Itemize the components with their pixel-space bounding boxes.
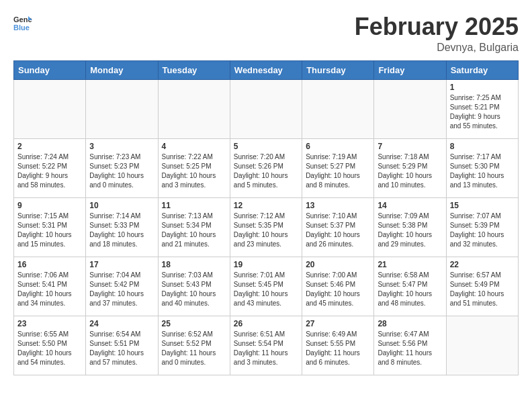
day-number: 22 bbox=[450, 260, 515, 269]
day-info: Sunrise: 7:07 AM Sunset: 5:39 PM Dayligh… bbox=[450, 212, 515, 249]
day-number: 21 bbox=[378, 260, 442, 269]
calendar-week-row: 1Sunrise: 7:25 AM Sunset: 5:21 PM Daylig… bbox=[14, 79, 519, 138]
day-info: Sunrise: 7:19 AM Sunset: 5:27 PM Dayligh… bbox=[306, 152, 370, 190]
day-info: Sunrise: 7:24 AM Sunset: 5:22 PM Dayligh… bbox=[17, 152, 82, 190]
day-info: Sunrise: 7:13 AM Sunset: 5:34 PM Dayligh… bbox=[162, 212, 226, 249]
day-info: Sunrise: 7:23 AM Sunset: 5:23 PM Dayligh… bbox=[89, 152, 154, 190]
calendar-week-row: 2Sunrise: 7:24 AM Sunset: 5:22 PM Daylig… bbox=[14, 138, 519, 197]
day-number: 19 bbox=[234, 260, 298, 269]
calendar-cell: 15Sunrise: 7:07 AM Sunset: 5:39 PM Dayli… bbox=[446, 197, 518, 257]
title-area: February 2025 Devnya, Bulgaria bbox=[355, 13, 519, 54]
calendar-cell bbox=[374, 79, 446, 138]
calendar-cell: 22Sunrise: 6:57 AM Sunset: 5:49 PM Dayli… bbox=[446, 257, 518, 316]
day-info: Sunrise: 7:14 AM Sunset: 5:33 PM Dayligh… bbox=[89, 212, 154, 249]
calendar-week-row: 9Sunrise: 7:15 AM Sunset: 5:31 PM Daylig… bbox=[14, 197, 519, 257]
calendar-cell bbox=[446, 316, 518, 375]
calendar-cell: 3Sunrise: 7:23 AM Sunset: 5:23 PM Daylig… bbox=[86, 138, 158, 197]
day-number: 16 bbox=[17, 260, 82, 269]
day-number: 23 bbox=[17, 319, 82, 328]
calendar-cell: 20Sunrise: 7:00 AM Sunset: 5:46 PM Dayli… bbox=[302, 257, 374, 316]
calendar-cell: 11Sunrise: 7:13 AM Sunset: 5:34 PM Dayli… bbox=[158, 197, 230, 257]
day-number: 27 bbox=[306, 319, 370, 328]
logo-icon: General Blue bbox=[13, 13, 32, 32]
day-info: Sunrise: 7:10 AM Sunset: 5:37 PM Dayligh… bbox=[306, 212, 370, 249]
calendar-cell bbox=[230, 79, 302, 138]
calendar-cell: 6Sunrise: 7:19 AM Sunset: 5:27 PM Daylig… bbox=[302, 138, 374, 197]
day-number: 28 bbox=[378, 319, 442, 328]
day-number: 1 bbox=[450, 83, 515, 92]
day-number: 2 bbox=[17, 142, 82, 151]
day-number: 6 bbox=[306, 142, 370, 151]
day-info: Sunrise: 7:22 AM Sunset: 5:25 PM Dayligh… bbox=[162, 152, 226, 190]
calendar-cell: 5Sunrise: 7:20 AM Sunset: 5:26 PM Daylig… bbox=[230, 138, 302, 197]
day-number: 9 bbox=[17, 201, 82, 210]
day-info: Sunrise: 6:54 AM Sunset: 5:51 PM Dayligh… bbox=[89, 330, 154, 367]
day-info: Sunrise: 6:55 AM Sunset: 5:50 PM Dayligh… bbox=[17, 330, 82, 367]
calendar-cell: 19Sunrise: 7:01 AM Sunset: 5:45 PM Dayli… bbox=[230, 257, 302, 316]
calendar-cell bbox=[86, 79, 158, 138]
calendar-cell: 13Sunrise: 7:10 AM Sunset: 5:37 PM Dayli… bbox=[302, 197, 374, 257]
day-number: 24 bbox=[89, 319, 154, 328]
day-info: Sunrise: 7:03 AM Sunset: 5:43 PM Dayligh… bbox=[162, 271, 226, 308]
weekday-header-cell: Tuesday bbox=[158, 60, 230, 79]
day-number: 7 bbox=[378, 142, 442, 151]
day-number: 3 bbox=[89, 142, 154, 151]
day-number: 10 bbox=[89, 201, 154, 210]
day-info: Sunrise: 7:04 AM Sunset: 5:42 PM Dayligh… bbox=[89, 271, 154, 308]
calendar-cell: 18Sunrise: 7:03 AM Sunset: 5:43 PM Dayli… bbox=[158, 257, 230, 316]
weekday-header-cell: Monday bbox=[86, 60, 158, 79]
calendar-cell: 14Sunrise: 7:09 AM Sunset: 5:38 PM Dayli… bbox=[374, 197, 446, 257]
day-info: Sunrise: 7:20 AM Sunset: 5:26 PM Dayligh… bbox=[234, 152, 298, 190]
svg-text:Blue: Blue bbox=[13, 24, 30, 32]
day-number: 12 bbox=[234, 201, 298, 210]
day-info: Sunrise: 7:25 AM Sunset: 5:21 PM Dayligh… bbox=[450, 93, 515, 131]
calendar-cell bbox=[14, 79, 86, 138]
day-info: Sunrise: 7:12 AM Sunset: 5:35 PM Dayligh… bbox=[234, 212, 298, 249]
calendar-cell: 4Sunrise: 7:22 AM Sunset: 5:25 PM Daylig… bbox=[158, 138, 230, 197]
day-info: Sunrise: 7:15 AM Sunset: 5:31 PM Dayligh… bbox=[17, 212, 82, 249]
calendar-cell: 1Sunrise: 7:25 AM Sunset: 5:21 PM Daylig… bbox=[446, 79, 518, 138]
calendar-cell: 7Sunrise: 7:18 AM Sunset: 5:29 PM Daylig… bbox=[374, 138, 446, 197]
day-info: Sunrise: 6:57 AM Sunset: 5:49 PM Dayligh… bbox=[450, 271, 515, 308]
calendar-cell: 8Sunrise: 7:17 AM Sunset: 5:30 PM Daylig… bbox=[446, 138, 518, 197]
day-number: 17 bbox=[89, 260, 154, 269]
day-info: Sunrise: 6:47 AM Sunset: 5:56 PM Dayligh… bbox=[378, 330, 442, 367]
day-info: Sunrise: 7:18 AM Sunset: 5:29 PM Dayligh… bbox=[378, 152, 442, 190]
calendar-cell: 10Sunrise: 7:14 AM Sunset: 5:33 PM Dayli… bbox=[86, 197, 158, 257]
calendar-cell bbox=[158, 79, 230, 138]
month-year-title: February 2025 bbox=[355, 13, 519, 40]
calendar-week-row: 16Sunrise: 7:06 AM Sunset: 5:41 PM Dayli… bbox=[14, 257, 519, 316]
calendar-cell: 28Sunrise: 6:47 AM Sunset: 5:56 PM Dayli… bbox=[374, 316, 446, 375]
weekday-header-cell: Wednesday bbox=[230, 60, 302, 79]
day-number: 20 bbox=[306, 260, 370, 269]
day-info: Sunrise: 7:01 AM Sunset: 5:45 PM Dayligh… bbox=[234, 271, 298, 308]
calendar-cell bbox=[302, 79, 374, 138]
day-number: 5 bbox=[234, 142, 298, 151]
calendar-cell: 9Sunrise: 7:15 AM Sunset: 5:31 PM Daylig… bbox=[14, 197, 86, 257]
location-subtitle: Devnya, Bulgaria bbox=[355, 42, 519, 54]
header: General Blue February 2025 Devnya, Bulga… bbox=[13, 13, 519, 54]
calendar-cell: 17Sunrise: 7:04 AM Sunset: 5:42 PM Dayli… bbox=[86, 257, 158, 316]
weekday-header-cell: Friday bbox=[374, 60, 446, 79]
day-number: 26 bbox=[234, 319, 298, 328]
day-info: Sunrise: 6:58 AM Sunset: 5:47 PM Dayligh… bbox=[378, 271, 442, 308]
day-info: Sunrise: 7:09 AM Sunset: 5:38 PM Dayligh… bbox=[378, 212, 442, 249]
calendar-cell: 23Sunrise: 6:55 AM Sunset: 5:50 PM Dayli… bbox=[14, 316, 86, 375]
calendar-cell: 27Sunrise: 6:49 AM Sunset: 5:55 PM Dayli… bbox=[302, 316, 374, 375]
day-number: 25 bbox=[162, 319, 226, 328]
day-info: Sunrise: 7:17 AM Sunset: 5:30 PM Dayligh… bbox=[450, 152, 515, 190]
day-info: Sunrise: 7:06 AM Sunset: 5:41 PM Dayligh… bbox=[17, 271, 82, 308]
weekday-header-cell: Thursday bbox=[302, 60, 374, 79]
day-number: 14 bbox=[378, 201, 442, 210]
calendar-cell: 2Sunrise: 7:24 AM Sunset: 5:22 PM Daylig… bbox=[14, 138, 86, 197]
calendar-table: SundayMondayTuesdayWednesdayThursdayFrid… bbox=[13, 60, 519, 375]
calendar-body: 1Sunrise: 7:25 AM Sunset: 5:21 PM Daylig… bbox=[14, 79, 519, 375]
day-number: 11 bbox=[162, 201, 226, 210]
calendar-cell: 24Sunrise: 6:54 AM Sunset: 5:51 PM Dayli… bbox=[86, 316, 158, 375]
calendar-cell: 21Sunrise: 6:58 AM Sunset: 5:47 PM Dayli… bbox=[374, 257, 446, 316]
weekday-header-cell: Sunday bbox=[14, 60, 86, 79]
day-info: Sunrise: 6:51 AM Sunset: 5:54 PM Dayligh… bbox=[234, 330, 298, 367]
calendar-cell: 16Sunrise: 7:06 AM Sunset: 5:41 PM Dayli… bbox=[14, 257, 86, 316]
calendar-week-row: 23Sunrise: 6:55 AM Sunset: 5:50 PM Dayli… bbox=[14, 316, 519, 375]
day-info: Sunrise: 7:00 AM Sunset: 5:46 PM Dayligh… bbox=[306, 271, 370, 308]
